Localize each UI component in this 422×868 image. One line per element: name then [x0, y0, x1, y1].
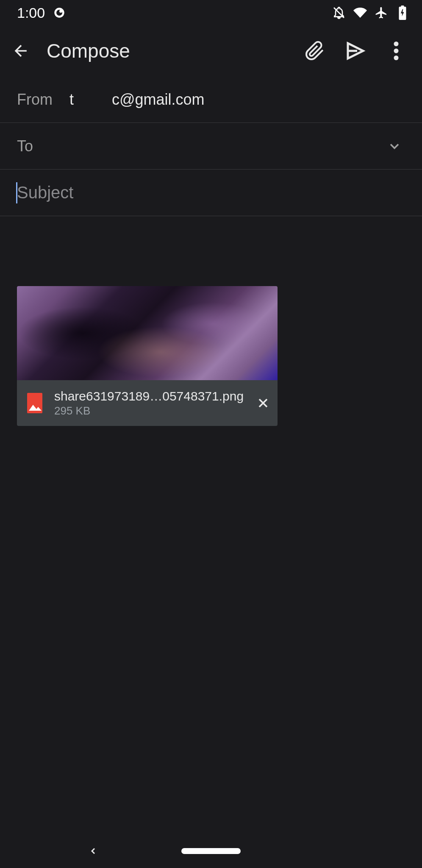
- attach-button[interactable]: [304, 40, 325, 61]
- from-value-part1: t: [69, 91, 74, 108]
- battery-charging-icon: [396, 6, 409, 19]
- airplane-mode-icon: [375, 6, 388, 19]
- subject-row: [0, 170, 422, 216]
- attachment-filesize: 295 KB: [54, 404, 244, 417]
- to-row[interactable]: To: [0, 123, 422, 170]
- from-value: t c@gmail.com: [69, 91, 205, 108]
- app-bar: Compose: [0, 25, 422, 76]
- wifi-icon: [353, 6, 367, 19]
- back-button[interactable]: [8, 38, 34, 64]
- image-file-icon: [27, 393, 42, 413]
- remove-attachment-button[interactable]: [255, 395, 271, 412]
- status-bar: 1:00: [0, 0, 422, 25]
- more-options-button[interactable]: [386, 40, 407, 61]
- to-label: To: [17, 137, 384, 155]
- svg-point-7: [394, 56, 399, 60]
- system-nav-bar: [0, 834, 422, 868]
- svg-rect-4: [401, 6, 404, 7]
- nav-home-pill[interactable]: [181, 848, 241, 854]
- status-right: [332, 6, 409, 19]
- send-button[interactable]: [345, 40, 366, 61]
- subject-input[interactable]: [17, 183, 405, 202]
- app-actions: [304, 40, 414, 61]
- status-left: 1:00: [17, 5, 66, 21]
- attachment-details: share631973189…05748371.png 295 KB: [54, 389, 244, 417]
- svg-point-2: [59, 10, 62, 13]
- svg-point-6: [394, 49, 399, 53]
- svg-point-5: [394, 42, 399, 46]
- attachment-info: share631973189…05748371.png 295 KB: [17, 380, 278, 426]
- from-value-part2: c@gmail.com: [112, 91, 205, 108]
- from-row[interactable]: From t c@gmail.com: [0, 76, 422, 123]
- app-notification-icon: [53, 6, 66, 19]
- nav-back-button[interactable]: [87, 845, 100, 857]
- expand-recipients-button[interactable]: [384, 136, 405, 157]
- status-time: 1:00: [17, 5, 45, 21]
- attachment-card: share631973189…05748371.png 295 KB: [17, 286, 278, 426]
- page-title: Compose: [47, 39, 292, 62]
- attachment-filename: share631973189…05748371.png: [54, 389, 244, 403]
- from-label: From: [17, 91, 53, 108]
- dnd-off-icon: [332, 6, 346, 19]
- body-area[interactable]: share631973189…05748371.png 295 KB: [0, 216, 422, 443]
- attachment-preview[interactable]: [17, 286, 278, 380]
- text-cursor: [16, 182, 17, 203]
